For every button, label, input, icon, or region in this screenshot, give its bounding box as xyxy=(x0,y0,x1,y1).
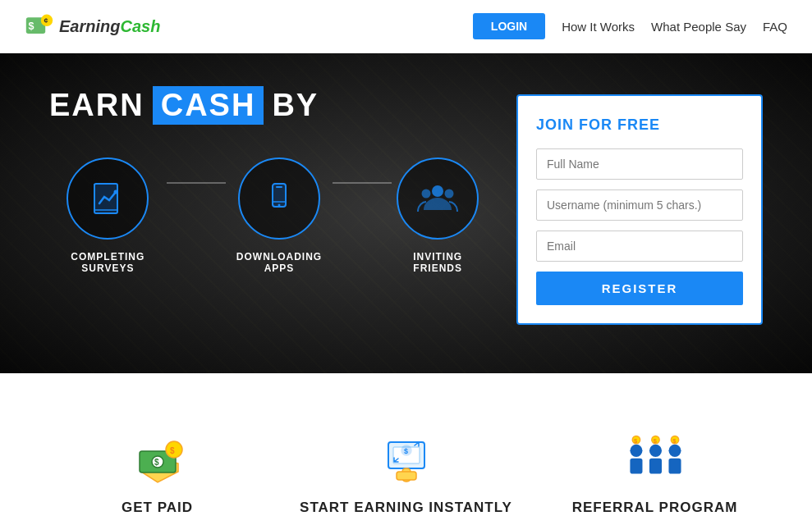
full-name-input[interactable] xyxy=(536,148,743,180)
get-paid-icon: $ $ xyxy=(125,422,190,488)
icon-surveys: COMPLETING SURVEYS xyxy=(49,158,167,274)
icon-apps: DOWNLOADING APPS xyxy=(226,158,333,274)
nav-faq[interactable]: FAQ xyxy=(763,20,787,34)
svg-point-6 xyxy=(114,190,118,194)
hero-icons: COMPLETING SURVEYS DOWNLOADIN xyxy=(49,158,484,274)
svg-rect-33 xyxy=(649,459,661,474)
feature-start-earning: $ START EARNING INSTANTLY No approval pr… xyxy=(291,422,521,525)
nav-how-it-works[interactable]: How It Works xyxy=(562,20,635,34)
hero-left: EARN CASH BY xyxy=(49,86,484,274)
hero-section: EARN CASH BY xyxy=(0,53,812,373)
svg-point-16 xyxy=(445,189,454,199)
svg-text:$: $ xyxy=(29,21,34,32)
registration-form: JOIN FOR FREE REGISTER xyxy=(516,94,763,325)
apps-circle xyxy=(238,158,320,240)
svg-rect-37 xyxy=(668,459,681,474)
logo[interactable]: $ ¢ EarningCash xyxy=(25,11,160,41)
line-2 xyxy=(333,182,392,184)
nav: LOGIN How It Works What People Say FAQ xyxy=(473,13,787,39)
login-button[interactable]: LOGIN xyxy=(473,13,545,39)
svg-point-14 xyxy=(432,185,443,197)
feature-get-paid: $ $ GET PAID We pay our members through … xyxy=(43,422,273,525)
icon-friends: INVITING FRIENDS xyxy=(392,158,484,274)
register-button[interactable]: REGISTER xyxy=(536,272,743,305)
hero-title-cash: CASH xyxy=(153,86,264,125)
svg-rect-27 xyxy=(397,472,416,480)
header: $ ¢ EarningCash LOGIN How It Works What … xyxy=(0,0,812,53)
hero-content: EARN CASH BY xyxy=(0,53,812,325)
svg-point-28 xyxy=(630,445,642,457)
start-earning-title: START EARNING INSTANTLY xyxy=(300,500,512,516)
get-paid-title: GET PAID xyxy=(122,500,193,516)
svg-point-36 xyxy=(668,445,681,457)
hero-title: EARN CASH BY xyxy=(49,86,484,125)
start-earning-icon: $ xyxy=(374,422,439,488)
features-section: $ $ GET PAID We pay our members through … xyxy=(0,373,812,525)
surveys-circle xyxy=(67,158,149,240)
svg-point-32 xyxy=(649,445,661,457)
logo-icon: $ ¢ xyxy=(25,11,54,41)
line-1 xyxy=(167,182,226,184)
svg-text:$: $ xyxy=(154,458,159,467)
username-input[interactable] xyxy=(536,189,743,221)
feature-referral: $ $ $ REFERRAL PROGRAM We have a referra… xyxy=(540,422,770,525)
svg-point-12 xyxy=(278,204,281,207)
svg-point-15 xyxy=(422,189,431,199)
friends-circle xyxy=(397,158,479,240)
nav-what-people-say[interactable]: What People Say xyxy=(651,20,746,34)
logo-text: EarningCash xyxy=(59,17,160,36)
svg-text:$: $ xyxy=(170,446,175,455)
surveys-label: COMPLETING SURVEYS xyxy=(49,251,167,274)
svg-rect-29 xyxy=(630,459,642,474)
friends-label: INVITING FRIENDS xyxy=(392,251,484,274)
svg-text:$: $ xyxy=(404,447,408,455)
hero-title-by: BY xyxy=(272,88,319,123)
email-input[interactable] xyxy=(536,231,743,262)
referral-icon: $ $ $ xyxy=(622,422,688,488)
svg-text:¢: ¢ xyxy=(44,16,48,25)
hero-title-earn: EARN xyxy=(49,88,145,123)
apps-label: DOWNLOADING APPS xyxy=(226,251,333,274)
referral-title: REFERRAL PROGRAM xyxy=(572,500,738,516)
form-title: JOIN FOR FREE xyxy=(536,116,743,134)
